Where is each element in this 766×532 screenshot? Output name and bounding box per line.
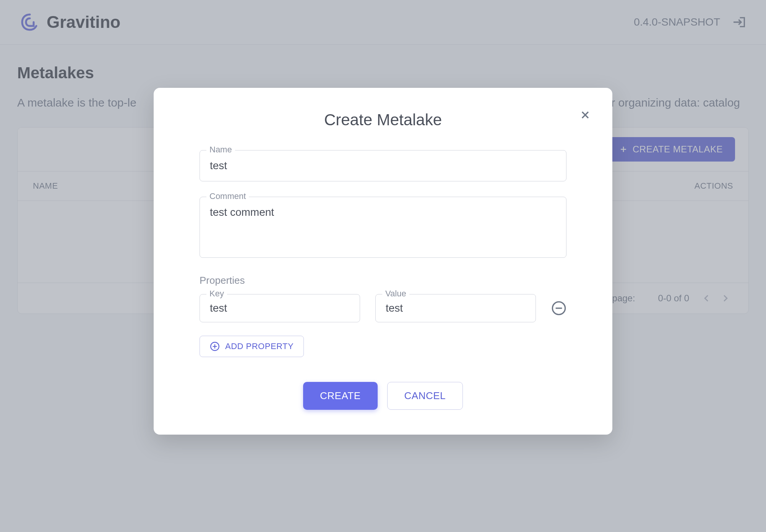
name-label: Name <box>206 145 235 155</box>
key-label: Key <box>206 289 227 299</box>
remove-property-icon[interactable] <box>551 301 566 316</box>
plus-circle-icon <box>210 341 220 351</box>
name-input[interactable] <box>200 150 566 181</box>
create-button[interactable]: CREATE <box>303 382 378 410</box>
dialog-actions: CREATE CANCEL <box>200 382 566 410</box>
properties-section-label: Properties <box>200 275 566 286</box>
dialog-title: Create Metalake <box>200 111 566 129</box>
add-property-button[interactable]: ADD PROPERTY <box>200 336 304 357</box>
comment-label: Comment <box>206 191 249 201</box>
key-field-group: Key <box>200 294 360 322</box>
value-field-group: Value <box>375 294 536 322</box>
modal-overlay: Create Metalake Name Comment Properties … <box>0 0 766 532</box>
comment-field-group: Comment <box>200 197 566 259</box>
create-metalake-dialog: Create Metalake Name Comment Properties … <box>154 88 612 435</box>
name-field-group: Name <box>200 150 566 181</box>
cancel-button[interactable]: CANCEL <box>387 382 463 410</box>
comment-input[interactable] <box>200 197 566 258</box>
close-icon[interactable] <box>579 109 591 121</box>
value-label: Value <box>382 289 409 299</box>
property-row: Key Value <box>200 294 566 322</box>
